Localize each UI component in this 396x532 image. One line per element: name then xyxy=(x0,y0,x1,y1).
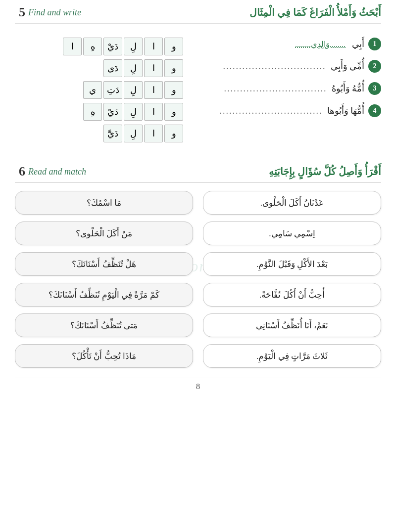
dots-2: ................................ xyxy=(223,61,326,71)
letter-box: و xyxy=(164,81,183,99)
letter-box: لِ xyxy=(124,103,143,121)
sentence-num-3: 3 xyxy=(368,82,381,95)
letter-box: دَي xyxy=(103,59,122,77)
letter-box: ا xyxy=(144,59,163,77)
letter-box: ا xyxy=(144,81,163,99)
letter-box: دَيْ xyxy=(103,103,122,121)
word-row-1: ا هِ دَيْ لِ ا و xyxy=(15,38,183,55)
dots-3: ................................ xyxy=(224,84,327,93)
answer-box-2: اِسْمِي سَامِي. xyxy=(203,222,381,245)
letter-box: دَيْ xyxy=(103,38,122,55)
sentence-text-4: أُمُّهَا وَأَبُوها .....................… xyxy=(220,104,365,118)
question-box-6: مَاذَا تُحِبُّ أَنْ تَأْكُلَ؟ xyxy=(15,344,193,368)
section5-left-label: Find and write xyxy=(28,7,81,18)
question-box-5: مَتى تُنَظِّفُ أَسْنَانَكَ؟ xyxy=(15,313,193,337)
letter-box: ا xyxy=(144,38,163,55)
word-row-5: دَيَّ لِ ا و xyxy=(15,125,183,142)
answer-box-5: نَعَمْ، أَنَا أُنَظِّفُ أَسْنَانِي xyxy=(203,313,381,337)
answer-box-4: أُحِبُّ أَنْ أَكُلَ تُفَّاحَةً. xyxy=(203,283,381,307)
sentence-text-3: أُمُّهُ وَأَبُوهُ ......................… xyxy=(224,82,365,95)
sentence-num-4: 4 xyxy=(368,104,381,117)
sentence-num-1: 1 xyxy=(368,38,381,50)
questions-column: مَا اسْمُكَ؟ مَنْ أَكَلَ الْحَلْوى؟ هَلْ… xyxy=(15,191,193,368)
letter-box: و xyxy=(164,125,183,142)
sentence-num-2: 2 xyxy=(368,60,381,73)
sentence-item-3: 3 أُمُّهُ وَأَبُوهُ ....................… xyxy=(193,82,381,95)
letter-box: ا xyxy=(144,103,163,121)
letter-box: دَيَّ xyxy=(103,125,122,142)
question-box-1: مَا اسْمُكَ؟ xyxy=(15,191,193,215)
dots-4: ................................ xyxy=(220,106,323,116)
letter-box: لِ xyxy=(124,81,143,99)
letter-box: هِ xyxy=(83,38,102,55)
letter-box: لِ xyxy=(124,125,143,142)
word-boxes-column: ا هِ دَيْ لِ ا و دَي لِ ا و ي دَتِ xyxy=(15,38,183,142)
question-box-2: مَنْ أَكَلَ الْحَلْوى؟ xyxy=(15,222,193,245)
word-row-4: هِ دَيْ لِ ا و xyxy=(15,103,183,121)
answer-1: ........وَالِدِي........ xyxy=(295,40,346,48)
section6-number: 6 xyxy=(19,164,25,179)
sentences-column: 1 أَبِي ........وَالِدِي........ 2 أُمِّ… xyxy=(193,38,381,118)
section6-left-label: Read and match xyxy=(28,167,86,177)
sentence-item-2: 2 أُمِّي وَأَبِي .......................… xyxy=(193,60,381,73)
question-box-3: هَلْ تُنَظِّفُ أَسْنَانَكَ؟ xyxy=(15,252,193,276)
exercise5-area: ا هِ دَيْ لِ ا و دَي لِ ا و ي دَتِ xyxy=(15,38,381,142)
letter-box: ا xyxy=(144,125,163,142)
letter-box: ي xyxy=(83,81,102,99)
letter-box: ا xyxy=(63,38,82,55)
letter-box: و xyxy=(164,103,183,121)
page-content: 5 Find and write أَبْحَثُ وَأَمْلأُ الْف… xyxy=(0,0,396,401)
answer-box-1: عَدْنَانُ أَكَلَ الْحَلْوى. xyxy=(203,191,381,215)
section5-header: 5 Find and write أَبْحَثُ وَأَمْلأُ الْف… xyxy=(15,5,381,24)
section5-number: 5 xyxy=(19,5,25,20)
answers-column: عَدْنَانُ أَكَلَ الْحَلْوى. اِسْمِي سَام… xyxy=(203,191,381,368)
letter-box: و xyxy=(164,38,183,55)
word-row-2: دَي لِ ا و xyxy=(15,59,183,77)
question-box-4: كَمْ مَرَّةً فِي الْيَوْمِ تُنَظِّفُ أَس… xyxy=(15,283,193,307)
answer-box-6: ثَلاثَ مَرَّاتٍ فِي الْيَوْمِ. xyxy=(203,344,381,368)
section6-header: 6 Read and match أَقْرَأُ وَأَصِلُ كُلَّ… xyxy=(15,164,381,183)
sentence-text-1: أَبِي ........وَالِدِي........ xyxy=(295,38,364,51)
answer-box-3: بَعْدَ الأَكْلِ وَقَبْلَ النَّوْمِ. xyxy=(203,252,381,276)
exercise5-wrapper: ا هِ دَيْ لِ ا و دَي لِ ا و ي دَتِ xyxy=(15,33,381,159)
letter-box: دَتِ xyxy=(103,81,122,99)
match-pairs-area: عَدْنَانُ أَكَلَ الْحَلْوى. اِسْمِي سَام… xyxy=(15,191,381,368)
letter-box: لِ xyxy=(124,59,143,77)
word-row-3: ي دَتِ لِ ا و xyxy=(15,81,183,99)
sentence-item-4: 4 أُمُّهَا وَأَبُوها ...................… xyxy=(193,104,381,118)
letter-box: هِ xyxy=(83,103,102,121)
section6-right-title: أَقْرَأُ وَأَصِلُ كُلَّ سُؤَالٍ بِإِجَاب… xyxy=(269,166,381,177)
letter-box: و xyxy=(164,59,183,77)
letter-box: لِ xyxy=(124,38,143,55)
sentence-item-1: 1 أَبِي ........وَالِدِي........ xyxy=(193,38,381,51)
sentence-text-2: أُمِّي وَأَبِي .........................… xyxy=(223,60,365,73)
page-number: 8 xyxy=(15,378,381,391)
section6-area: عَدْنَانُ أَكَلَ الْحَلْوى. اِسْمِي سَام… xyxy=(15,191,381,368)
section5-right-title: أَبْحَثُ وَأَمْلأُ الْفَرَاغَ كَمَا فِي … xyxy=(249,6,381,18)
